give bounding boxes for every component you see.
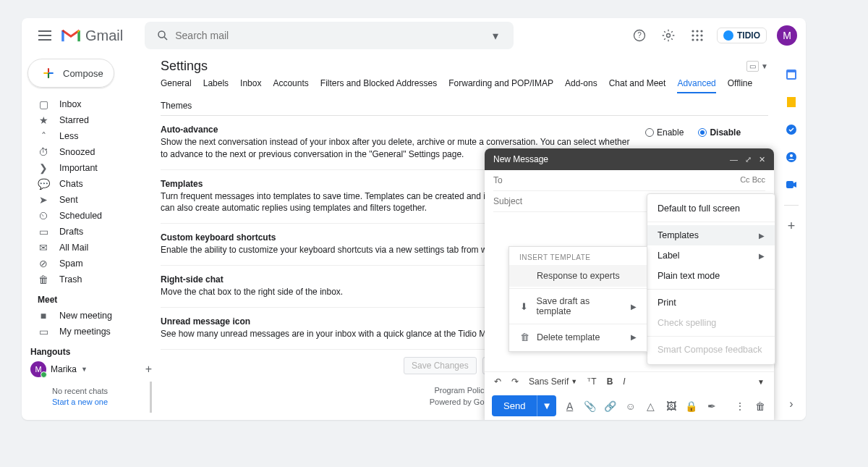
send-options-caret[interactable]: ▼ — [537, 395, 556, 416]
minimize-icon[interactable]: — — [730, 155, 738, 164]
sidebar-item-inbox[interactable]: ▢Inbox — [22, 96, 161, 112]
tab-add-ons[interactable]: Add-ons — [565, 78, 597, 89]
sidebar-item-less[interactable]: ˄Less — [22, 128, 161, 144]
compose-titlebar[interactable]: New Message — ⤢ ✕ — [485, 148, 774, 170]
image-icon[interactable]: 🖼 — [665, 400, 678, 412]
collapse-rail-icon[interactable]: › — [784, 397, 799, 411]
tab-general[interactable]: General — [161, 78, 192, 89]
formatting-icon[interactable]: A — [563, 400, 576, 412]
nav-icon: ❯ — [38, 162, 49, 174]
calendar-icon[interactable] — [784, 67, 799, 82]
search-options-caret[interactable]: ▾ — [483, 29, 508, 43]
tab-accounts[interactable]: Accounts — [273, 78, 308, 89]
sidebar-item-scheduled[interactable]: ⏲Scheduled — [22, 208, 161, 224]
person-icon[interactable]: ◉ — [62, 418, 72, 420]
hangouts-add-icon[interactable]: + — [145, 363, 152, 376]
tidio-badge[interactable]: TIDIO — [717, 28, 767, 43]
account-avatar[interactable]: M — [777, 25, 797, 46]
sidebar-item-sent[interactable]: ➤Sent — [22, 192, 161, 208]
bcc-link[interactable]: Bcc — [752, 175, 765, 184]
tab-chat-and-meet[interactable]: Chat and Meet — [609, 78, 666, 89]
calendar-icon: ▭ — [38, 326, 49, 337]
sidebar-item-starred[interactable]: ★Starred — [22, 112, 161, 128]
menu-print[interactable]: Print — [647, 293, 775, 313]
drive-icon[interactable]: △ — [644, 400, 658, 412]
to-field[interactable]: To Cc Bcc — [493, 170, 765, 191]
phone-icon[interactable]: ✆ — [94, 418, 103, 420]
delete-template[interactable]: 🗑Delete template▶ — [509, 326, 647, 348]
emoji-icon[interactable]: ☺ — [624, 400, 637, 412]
disable-option[interactable]: Disable — [698, 127, 741, 138]
sidebar-item-chats[interactable]: 💬Chats — [22, 176, 161, 192]
meet-section-label: Meet — [22, 287, 161, 308]
sidebar-item-important[interactable]: ❯Important — [22, 160, 161, 176]
fullscreen-icon[interactable]: ⤢ — [745, 155, 752, 164]
contacts-icon[interactable] — [784, 150, 799, 164]
send-button[interactable]: Send — [492, 395, 537, 416]
search-bar[interactable]: ▾ — [145, 22, 514, 49]
tab-offline[interactable]: Offline — [728, 78, 752, 89]
sidebar-item-trash[interactable]: 🗑Trash — [22, 272, 161, 287]
search-input[interactable] — [175, 30, 483, 41]
menu-label: Templates — [658, 230, 699, 240]
redo-icon[interactable]: ↷ — [509, 376, 521, 387]
hangouts-user-row[interactable]: M Marika ▼ + — [30, 361, 152, 377]
menu-templates[interactable]: Templates▶ — [647, 225, 775, 245]
menu-label-item[interactable]: Label▶ — [647, 245, 775, 266]
compose-button[interactable]: Compose — [27, 59, 114, 88]
hangouts-start-link[interactable]: Start a new one — [52, 397, 150, 408]
meet-rail-icon[interactable] — [784, 177, 799, 192]
save-changes-button[interactable]: Save Changes — [404, 357, 477, 374]
add-addon-icon[interactable]: + — [784, 219, 799, 233]
nav-label: Less — [59, 131, 78, 141]
caret-down-icon[interactable]: ▼ — [81, 366, 88, 373]
attach-icon[interactable]: 📎 — [584, 400, 597, 412]
tab-themes[interactable]: Themes — [161, 101, 192, 111]
tab-forwarding-and-pop-imap[interactable]: Forwarding and POP/IMAP — [448, 78, 553, 89]
sidebar-item-my-meetings[interactable]: ▭My meetings — [22, 324, 161, 340]
tab-filters-and-blocked-addresses[interactable]: Filters and Blocked Addresses — [320, 78, 437, 89]
close-icon[interactable]: ✕ — [759, 155, 765, 164]
tasks-icon[interactable] — [784, 122, 799, 137]
menu-plaintext[interactable]: Plain text mode — [647, 266, 775, 286]
link-icon[interactable]: 🔗 — [604, 400, 617, 412]
language-switch[interactable]: ▭▼ — [746, 61, 768, 72]
bold-icon[interactable]: B — [605, 376, 616, 387]
sidebar-item-new-meeting[interactable]: ■New meeting — [22, 308, 161, 324]
italic-icon[interactable]: I — [621, 376, 627, 387]
send-toolbar: Send ▼ A 📎 🔗 ☺ △ 🖼 🔒 ✒ ⋮ 🗑 — [485, 391, 774, 420]
radio-icon[interactable] — [698, 128, 707, 137]
font-size-icon[interactable]: ᵀT — [585, 376, 598, 387]
format-toolbar: ↶ ↷ Sans Serif▼ ᵀT B I ▼ Default to full… — [485, 371, 774, 391]
menu-smartcompose-feedback: Smart Compose feedback — [647, 340, 775, 360]
cc-link[interactable]: Cc — [740, 175, 749, 184]
menu-default-fullscreen[interactable]: Default to full screen — [647, 198, 775, 219]
tab-inbox[interactable]: Inbox — [240, 78, 261, 89]
enable-option[interactable]: Enable — [645, 127, 684, 138]
font-select[interactable]: Sans Serif▼ — [527, 376, 579, 387]
keep-icon[interactable] — [784, 95, 799, 109]
sidebar-item-snoozed[interactable]: ⏱Snoozed — [22, 144, 161, 160]
radio-icon[interactable] — [645, 128, 654, 137]
sidebar-item-all-mail[interactable]: ✉All Mail — [22, 240, 161, 256]
submenu-label: Save draft as template — [536, 296, 624, 316]
signature-icon[interactable]: ✒ — [705, 400, 718, 412]
undo-icon[interactable]: ↶ — [492, 376, 503, 387]
sidebar-item-drafts[interactable]: ▭Drafts — [22, 224, 161, 240]
menu-button[interactable] — [30, 21, 59, 50]
help-icon[interactable]: ? — [630, 26, 649, 45]
tab-labels[interactable]: Labels — [203, 78, 229, 89]
settings-gear-icon[interactable] — [659, 26, 678, 45]
sidebar-item-spam[interactable]: ⊘Spam — [22, 256, 161, 272]
more-options-icon[interactable]: ⋮ — [733, 400, 746, 412]
discard-icon[interactable]: 🗑 — [754, 400, 767, 412]
gmail-logo[interactable]: Gmail — [61, 28, 123, 44]
templates-header: INSERT TEMPLATE — [509, 250, 647, 265]
confidential-icon[interactable]: 🔒 — [685, 400, 698, 412]
apps-grid-icon[interactable] — [688, 26, 707, 45]
template-insert-item[interactable]: Response to experts — [509, 265, 647, 287]
format-expand-caret[interactable]: ▼ — [755, 378, 767, 386]
save-draft-as-template[interactable]: ⬇Save draft as template▶ — [509, 290, 647, 322]
tab-advanced[interactable]: Advanced — [677, 78, 715, 93]
search-icon[interactable] — [150, 29, 175, 42]
